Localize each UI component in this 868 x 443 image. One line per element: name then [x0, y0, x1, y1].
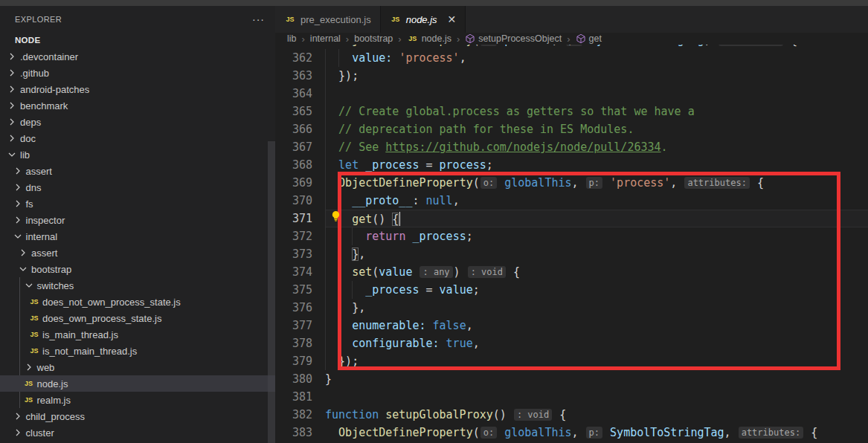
breadcrumb-item-bootstrap[interactable]: bootstrap: [354, 33, 393, 44]
tree-item-realm-js[interactable]: JSrealm.js: [0, 392, 275, 408]
code-line-366[interactable]: 366// deprecation path for these in ES M…: [275, 120, 868, 138]
tree-item-lib[interactable]: lib: [0, 146, 275, 163]
inlay-hint: : void: [468, 266, 506, 278]
line-number: 365: [275, 105, 312, 118]
tree-item-does-not-own-process-state-js[interactable]: JSdoes_not_own_process_state.js: [0, 294, 275, 310]
line-number: 381: [275, 390, 312, 404]
comment-link[interactable]: https://github.com/nodejs/node/pull/2633…: [385, 140, 660, 154]
tree-item-is-not-main-thread-js[interactable]: JSis_not_main_thread.js: [0, 343, 275, 359]
code-line-373[interactable]: 373},: [275, 245, 868, 263]
method-symbol-icon: [465, 33, 475, 44]
line-number: 374: [275, 265, 312, 279]
line-number: 373: [275, 248, 312, 261]
tree-item-android-patches[interactable]: android-patches: [0, 81, 275, 97]
js-file-icon: JS: [28, 314, 40, 322]
section-header-node[interactable]: NODE: [0, 32, 275, 48]
sidebar-scrollbar[interactable]: [268, 141, 275, 443]
chevron-right-icon: [12, 181, 24, 193]
tree-item--github[interactable]: .github: [0, 65, 275, 81]
explorer-sidebar: EXPLORER ··· NODE .devcontainer.githuban…: [0, 6, 275, 443]
inlay-hint: attributes:: [684, 177, 749, 189]
tab-node-js[interactable]: JSnode.js✕: [381, 6, 466, 33]
breadcrumb-item-internal[interactable]: internal: [310, 33, 341, 44]
code-line-365[interactable]: 365// Create global.process as getters s…: [275, 103, 868, 120]
inlay-hint: o:: [480, 45, 497, 46]
breadcrumb-separator: ›: [567, 33, 570, 45]
method-symbol-icon: [576, 33, 586, 44]
line-number: 382: [275, 408, 312, 421]
line-number: 370: [275, 194, 312, 207]
breadcrumb-separator: ›: [302, 33, 305, 45]
code-line-375[interactable]: 375_process = value;: [275, 281, 868, 299]
section-title: NODE: [15, 36, 40, 45]
code-line-381[interactable]: 381: [275, 388, 868, 406]
chevron-down-icon: [23, 279, 35, 291]
chevron-right-icon: [6, 132, 18, 144]
code-line-382[interactable]: 382function setupGlobalProxy() : void {: [275, 406, 868, 424]
inlay-hint: attributes:: [718, 45, 783, 46]
tree-item-assert[interactable]: assert: [0, 163, 275, 179]
tree-item-inspector[interactable]: inspector: [0, 212, 275, 228]
tree-item-deps[interactable]: deps: [0, 114, 275, 130]
code-line-377[interactable]: 377enumerable: false,: [275, 317, 868, 334]
code-line-364[interactable]: 364: [275, 85, 868, 103]
breadcrumb-item-get[interactable]: get: [576, 33, 602, 44]
tree-item-dns[interactable]: dns: [0, 179, 275, 195]
chevron-right-icon: [6, 100, 18, 111]
line-number: 368: [275, 158, 312, 172]
tree-item-cluster[interactable]: cluster: [0, 424, 275, 441]
code-line-363[interactable]: 363});: [275, 67, 868, 85]
chevron-right-icon: [6, 67, 18, 79]
line-number: 380: [275, 372, 312, 386]
code-line-367[interactable]: 367// See https://github.com/nodejs/node…: [275, 138, 868, 156]
tree-item-is-main-thread-js[interactable]: JSis_main_thread.js: [0, 326, 275, 343]
line-number: 378: [275, 337, 312, 350]
chevron-down-icon: [17, 263, 29, 275]
close-icon[interactable]: ✕: [448, 13, 457, 25]
explorer-header: EXPLORER ···: [0, 6, 275, 32]
line-number: 379: [275, 355, 312, 368]
tree-item-node-js[interactable]: JSnode.js: [0, 375, 275, 392]
code-line-374[interactable]: 374set(value : any) : void {: [275, 263, 868, 281]
code-line-379[interactable]: 379});: [275, 352, 868, 370]
tree-item-child-process[interactable]: child_process: [0, 408, 275, 424]
line-number: 363: [275, 69, 312, 83]
more-actions-icon[interactable]: ···: [252, 16, 265, 23]
text-cursor: [399, 212, 400, 226]
code-line-378[interactable]: 378configurable: true,: [275, 334, 868, 352]
code-line-383[interactable]: 383ObjectDefineProperty(o: globalThis, p…: [275, 424, 868, 442]
code-line-372[interactable]: 372return _process;: [275, 227, 868, 245]
tab-bar: JSpre_execution.jsJSnode.js✕: [275, 6, 868, 33]
tree-item-assert[interactable]: assert: [0, 245, 275, 261]
tree-item-switches[interactable]: switches: [0, 277, 275, 294]
breadcrumb-item-setupprocessobject[interactable]: setupProcessObject: [465, 33, 562, 44]
code-line-380[interactable]: 380}: [275, 370, 868, 388]
breadcrumb-item-node-js[interactable]: JSnode.js: [407, 33, 451, 44]
breadcrumb-item-lib[interactable]: lib: [287, 33, 297, 44]
code-line-369[interactable]: 369ObjectDefineProperty(o: globalThis, p…: [275, 174, 868, 192]
tree-item-does-own-process-state-js[interactable]: JSdoes_own_process_state.js: [0, 310, 275, 326]
line-number: 376: [275, 301, 312, 314]
breadcrumb-separator: ›: [398, 33, 401, 45]
line-number: 375: [275, 283, 312, 297]
line-number: 372: [275, 230, 312, 243]
code-line-371[interactable]: 371get() {: [275, 210, 868, 227]
code-line-362[interactable]: 362value: 'process',: [275, 49, 868, 67]
code-editor[interactable]: 361ObjectDefineProperty(o: process, p: S…: [275, 45, 868, 443]
tree-item--devcontainer[interactable]: .devcontainer: [0, 48, 275, 65]
tab-pre-execution-js[interactable]: JSpre_execution.js: [275, 6, 381, 33]
line-number: 362: [275, 51, 312, 65]
tree-item-benchmark[interactable]: benchmark: [0, 97, 275, 114]
line-number: 369: [275, 176, 312, 190]
chevron-right-icon: [12, 198, 24, 210]
tree-item-internal[interactable]: internal: [0, 228, 275, 245]
inlay-hint: : void: [514, 409, 552, 421]
tree-item-fs[interactable]: fs: [0, 195, 275, 212]
lightbulb-icon[interactable]: [330, 210, 341, 222]
code-line-376[interactable]: 376},: [275, 299, 868, 317]
tree-item-doc[interactable]: doc: [0, 130, 275, 146]
tree-item-bootstrap[interactable]: bootstrap: [0, 261, 275, 277]
code-line-370[interactable]: 370__proto__: null,: [275, 192, 868, 210]
tree-item-web[interactable]: web: [0, 359, 275, 375]
code-line-368[interactable]: 368let _process = process;: [275, 156, 868, 174]
